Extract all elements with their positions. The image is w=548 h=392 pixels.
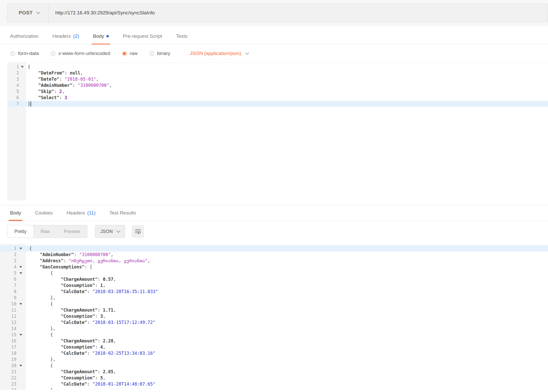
- code-text: },: [25, 356, 55, 362]
- fold-toggle-icon[interactable]: [16, 245, 25, 251]
- response-tab-headers[interactable]: Headers(11): [65, 205, 97, 221]
- radio-icon: [51, 51, 55, 56]
- code-line-6[interactable]: 6 "ChargeAmount": 0.57,: [0, 276, 548, 282]
- pane-splitter[interactable]: [0, 200, 548, 205]
- code-line-7[interactable]: 7}: [7, 101, 548, 107]
- fold-spacer: [19, 70, 26, 76]
- response-tab-test-results[interactable]: Test Results: [108, 205, 137, 221]
- code-line-15[interactable]: 15 {: [0, 332, 548, 338]
- response-body-editor[interactable]: 1{2 "AdminNumber": "3100000700",3 "Addre…: [0, 244, 548, 390]
- content-type-dropdown[interactable]: JSON (application/json): [190, 51, 249, 56]
- code-text: {: [26, 64, 30, 70]
- tab-label: Test Results: [109, 210, 136, 216]
- request-tabs: AuthorizationHeaders(2)BodyPre-request S…: [0, 28, 548, 44]
- fold-toggle-icon[interactable]: [16, 362, 25, 369]
- fold-toggle-icon[interactable]: [16, 270, 25, 276]
- response-tab-cookies[interactable]: Cookies: [34, 205, 54, 221]
- code-text: "DateFrom": null,: [26, 70, 83, 76]
- code-line-16[interactable]: 16 "ChargeAmount": 2.28,: [0, 338, 548, 344]
- line-number: 3: [7, 76, 19, 82]
- radio-label: x-www-form-urlencoded: [58, 51, 110, 56]
- fold-toggle-icon[interactable]: [16, 264, 25, 270]
- response-tab-body[interactable]: Body: [9, 205, 22, 221]
- code-line-9[interactable]: 9 },: [0, 295, 548, 301]
- line-number: 6: [7, 95, 19, 101]
- wrap-lines-button[interactable]: [132, 225, 144, 238]
- code-line-10[interactable]: 10 {: [0, 301, 548, 307]
- code-line-21[interactable]: 21 "ChargeAmount": 2.85,: [0, 369, 548, 375]
- code-line-6[interactable]: 6 "Select": 3: [7, 95, 548, 101]
- code-line-23[interactable]: 23 "CalcDate": "2018-01-28T14:48:07.65": [0, 381, 548, 387]
- code-line-20[interactable]: 20 {: [0, 362, 548, 369]
- line-number: 14: [0, 325, 16, 332]
- code-line-12[interactable]: 12 "Consumption": 3,: [0, 313, 548, 319]
- view-button-pretty[interactable]: Pretty: [7, 225, 34, 238]
- code-text: }: [26, 101, 31, 107]
- code-line-1[interactable]: 1{: [0, 245, 548, 251]
- response-tabs: BodyCookiesHeaders(11)Test Results: [0, 205, 548, 221]
- request-body-editor[interactable]: 1{2 "DateFrom": null,3 "DateTo": "2018-0…: [7, 62, 548, 200]
- body-mode-radio-binary[interactable]: binary: [149, 51, 171, 56]
- line-number: 4: [0, 264, 16, 270]
- fold-spacer: [16, 369, 25, 375]
- code-line-17[interactable]: 17 "Consumption": 4,: [0, 344, 548, 350]
- request-tab-headers[interactable]: Headers(2): [51, 28, 80, 44]
- request-tab-pre-request-script[interactable]: Pre-request Script: [121, 28, 163, 44]
- request-url-bar: POST http://172.16.49.30:2929/api/Sync/s…: [7, 4, 548, 22]
- code-line-5[interactable]: 5 {: [0, 270, 548, 276]
- code-line-5[interactable]: 5 "Skip": 2,: [7, 88, 548, 95]
- fold-spacer: [19, 76, 26, 82]
- fold-toggle-icon[interactable]: [16, 332, 25, 338]
- line-number: 9: [0, 295, 16, 301]
- code-line-3[interactable]: 3 "Address": "ოზურგეთი, გურიანთა, გურიან…: [0, 258, 548, 264]
- code-line-8[interactable]: 8 "CalcDate": "2018-03-28T16:35:11.033": [0, 288, 548, 295]
- response-format-label: JSON: [100, 229, 113, 234]
- code-text: {: [25, 270, 53, 276]
- code-line-11[interactable]: 11 "ChargeAmount": 1.71,: [0, 307, 548, 313]
- radio-icon: [149, 51, 154, 56]
- line-number: 7: [0, 282, 16, 288]
- code-line-18[interactable]: 18 "CalcDate": "2018-02-25T13:34:03.16": [0, 350, 548, 356]
- code-line-24[interactable]: 24 },: [0, 387, 548, 390]
- code-line-3[interactable]: 3 "DateTo": "2018-05-01",: [7, 76, 548, 82]
- view-button-label: Preview: [64, 229, 80, 234]
- code-line-14[interactable]: 14 },: [0, 325, 548, 332]
- response-format-dropdown[interactable]: JSON: [95, 225, 125, 238]
- code-line-19[interactable]: 19 },: [0, 356, 548, 362]
- code-text: {: [25, 362, 53, 369]
- code-text: "ChargeAmount": 2.28,: [25, 338, 116, 344]
- request-tab-body[interactable]: Body: [92, 28, 110, 44]
- view-button-preview[interactable]: Preview: [57, 225, 87, 238]
- body-mode-radio-raw[interactable]: raw: [122, 51, 138, 56]
- line-number: 11: [0, 307, 16, 313]
- code-text: "Consumption": 5,: [25, 375, 106, 381]
- code-text: "AdminNumber": "3100000700",: [25, 251, 114, 258]
- code-line-7[interactable]: 7 "Consumption": 1,: [0, 282, 548, 288]
- fold-toggle-icon[interactable]: [19, 64, 26, 70]
- fold-spacer: [16, 258, 25, 264]
- url-input[interactable]: http://172.16.49.30:2929/api/Sync/syncSl…: [49, 4, 548, 22]
- request-tab-authorization[interactable]: Authorization: [9, 28, 40, 44]
- body-mode-radio-form-data[interactable]: form-data: [10, 51, 39, 56]
- body-mode-radio-x-www-form-urlencoded[interactable]: x-www-form-urlencoded: [51, 51, 110, 56]
- code-line-4[interactable]: 4 "AdminNumber": "3100000700",: [7, 82, 548, 88]
- tab-label: Tests: [176, 33, 187, 39]
- line-number: 19: [0, 356, 16, 362]
- code-line-13[interactable]: 13 "CalcDate": "2018-03-15T17:12:49.72": [0, 319, 548, 325]
- code-line-4[interactable]: 4 "GasConsumptions": [: [0, 264, 548, 270]
- line-number: 1: [7, 64, 19, 70]
- code-line-1[interactable]: 1{: [7, 64, 548, 70]
- fold-spacer: [16, 350, 25, 356]
- fold-spacer: [16, 307, 25, 313]
- view-button-raw[interactable]: Raw: [34, 225, 57, 238]
- request-tab-tests[interactable]: Tests: [175, 28, 188, 44]
- line-number: 8: [0, 288, 16, 295]
- code-line-2[interactable]: 2 "DateFrom": null,: [7, 70, 548, 76]
- tab-label: Headers: [52, 33, 71, 39]
- method-dropdown[interactable]: POST: [7, 4, 49, 22]
- fold-toggle-icon[interactable]: [16, 301, 25, 307]
- line-number: 4: [7, 82, 19, 88]
- view-button-label: Raw: [41, 229, 50, 234]
- code-line-22[interactable]: 22 "Consumption": 5,: [0, 375, 548, 381]
- code-line-2[interactable]: 2 "AdminNumber": "3100000700",: [0, 251, 548, 258]
